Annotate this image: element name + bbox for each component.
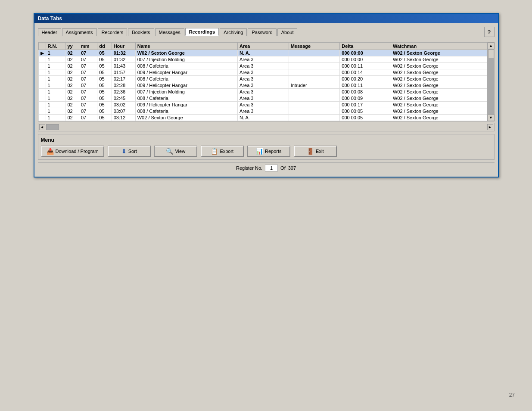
menu-label: Menu — [41, 137, 492, 143]
row-indicator — [38, 108, 46, 115]
cell-area: Area 3 — [238, 82, 289, 89]
col-mm: mm — [79, 43, 97, 50]
tab-recorders[interactable]: Recorders — [98, 28, 128, 36]
table-row[interactable]: 1 02 07 05 02:17 008 / Cafeteria Area 3 … — [38, 76, 487, 82]
vertical-scrollbar[interactable]: ▲ ▼ — [487, 42, 494, 121]
table-wrapper: R.N. yy mm dd Hour Name Area Message Del… — [38, 42, 495, 121]
tab-header[interactable]: Header — [38, 28, 61, 36]
scroll-thumb[interactable] — [488, 50, 494, 58]
cell-name: 008 / Cafeteria — [135, 63, 237, 69]
row-indicator — [38, 89, 46, 95]
cell-dd: 05 — [97, 63, 112, 69]
tab-archiving[interactable]: Archiving — [220, 28, 247, 36]
reports-label: Reports — [265, 149, 282, 154]
help-button[interactable]: ? — [484, 27, 495, 37]
scroll-left-button[interactable]: ◄ — [39, 124, 45, 130]
export-button[interactable]: 📋 Export — [201, 146, 244, 157]
cell-rn: 1 — [46, 102, 65, 108]
table-row[interactable]: 1 02 07 05 03:12 W02 / Sexton George N. … — [38, 115, 487, 121]
sort-button[interactable]: ⬇ Sort — [108, 146, 151, 157]
table-row[interactable]: 1 02 07 05 01:32 007 / Injection Molding… — [38, 56, 487, 63]
cell-watchman: W02 / Sexton George — [391, 102, 487, 108]
cell-yy: 02 — [65, 82, 79, 89]
row-indicator — [38, 82, 46, 89]
cell-area: Area 3 — [238, 102, 289, 108]
cell-message — [289, 89, 340, 95]
cell-watchman: W02 / Sexton George — [391, 69, 487, 76]
cell-rn: 1 — [46, 95, 65, 102]
scroll-down-button[interactable]: ▼ — [488, 114, 495, 121]
row-indicator — [38, 69, 46, 76]
view-button[interactable]: 🔍 View — [154, 146, 197, 157]
cell-yy: 02 — [65, 69, 79, 76]
col-area: Area — [238, 43, 289, 50]
scroll-up-button[interactable]: ▲ — [488, 42, 495, 49]
cell-message — [289, 108, 340, 115]
tab-assignments[interactable]: Assignments — [62, 28, 97, 36]
of-label: Of — [280, 165, 286, 171]
cell-watchman: W02 / Sexton George — [391, 50, 487, 56]
register-input[interactable] — [265, 165, 278, 171]
table-row[interactable]: 1 02 07 05 01:57 009 / Helicopter Hangar… — [38, 69, 487, 76]
cell-name: 008 / Cafeteria — [135, 108, 237, 115]
col-yy: yy — [65, 43, 79, 50]
cell-area: Area 3 — [238, 95, 289, 102]
tab-booklets[interactable]: Booklets — [128, 28, 154, 36]
cell-hour: 03:07 — [112, 108, 135, 115]
cell-yy: 02 — [65, 56, 79, 63]
cell-area: Area 3 — [238, 89, 289, 95]
col-delta: Delta — [340, 43, 391, 50]
cell-rn: 1 — [46, 108, 65, 115]
cell-rn: 1 — [46, 69, 65, 76]
cell-hour: 01:57 — [112, 69, 135, 76]
menu-section: Menu 📥 Download / Program ⬇ Sort 🔍 View … — [38, 134, 495, 160]
exit-button[interactable]: 🚪 Exit — [294, 146, 337, 157]
cell-message — [289, 69, 340, 76]
table-row[interactable]: 1 02 07 05 02:45 008 / Cafeteria Area 3 … — [38, 95, 487, 102]
cell-hour: 02:45 — [112, 95, 135, 102]
table-row[interactable]: 1 02 07 05 03:02 009 / Helicopter Hangar… — [38, 102, 487, 108]
cell-message — [289, 63, 340, 69]
table-row[interactable]: 1 02 07 05 02:28 009 / Helicopter Hangar… — [38, 82, 487, 89]
cell-hour: 03:12 — [112, 115, 135, 121]
table-row[interactable]: 1 02 07 05 02:36 007 / Injection Molding… — [38, 89, 487, 95]
col-hour: Hour — [112, 43, 135, 50]
scroll-track — [488, 49, 494, 114]
col-watchman: Watchman — [391, 43, 487, 50]
cell-mm: 07 — [79, 102, 97, 108]
cell-delta: 000 00:20 — [340, 76, 391, 82]
cell-rn: 1 — [46, 50, 65, 56]
table-row[interactable]: 1 02 07 05 01:43 008 / Cafeteria Area 3 … — [38, 63, 487, 69]
cell-yy: 02 — [65, 108, 79, 115]
cell-mm: 07 — [79, 82, 97, 89]
cell-name: 007 / Injection Molding — [135, 56, 237, 63]
tab-about[interactable]: About — [277, 28, 298, 36]
download-program-button[interactable]: 📥 Download / Program — [41, 146, 104, 157]
cell-area: Area 3 — [238, 69, 289, 76]
cell-message — [289, 95, 340, 102]
cell-hour: 02:17 — [112, 76, 135, 82]
cell-message — [289, 76, 340, 82]
cell-delta: 000 00:00 — [340, 50, 391, 56]
table-row[interactable]: ▶ 1 02 07 05 01:32 W02 / Sexton George N… — [38, 50, 487, 56]
reports-button[interactable]: 📊 Reports — [247, 146, 290, 157]
table-row[interactable]: 1 02 07 05 03:07 008 / Cafeteria Area 3 … — [38, 108, 487, 115]
cell-watchman: W02 / Sexton George — [391, 89, 487, 95]
cell-dd: 05 — [97, 95, 112, 102]
title-bar: Data Tabs — [34, 14, 498, 23]
reports-icon: 📊 — [256, 148, 263, 155]
h-scroll-track[interactable] — [46, 124, 59, 130]
tab-recordings[interactable]: Recordings — [185, 28, 219, 36]
cell-dd: 05 — [97, 108, 112, 115]
tab-messages[interactable]: Messages — [155, 28, 184, 36]
tab-password[interactable]: Password — [248, 28, 276, 36]
scroll-right-button[interactable]: ► — [487, 124, 493, 130]
cell-message — [289, 56, 340, 63]
cell-mm: 07 — [79, 115, 97, 121]
cell-delta: 000 00:05 — [340, 115, 391, 121]
cell-watchman: W02 / Sexton George — [391, 95, 487, 102]
cell-watchman: W02 / Sexton George — [391, 115, 487, 121]
cell-rn: 1 — [46, 115, 65, 121]
cell-mm: 07 — [79, 56, 97, 63]
cell-watchman: W02 / Sexton George — [391, 63, 487, 69]
